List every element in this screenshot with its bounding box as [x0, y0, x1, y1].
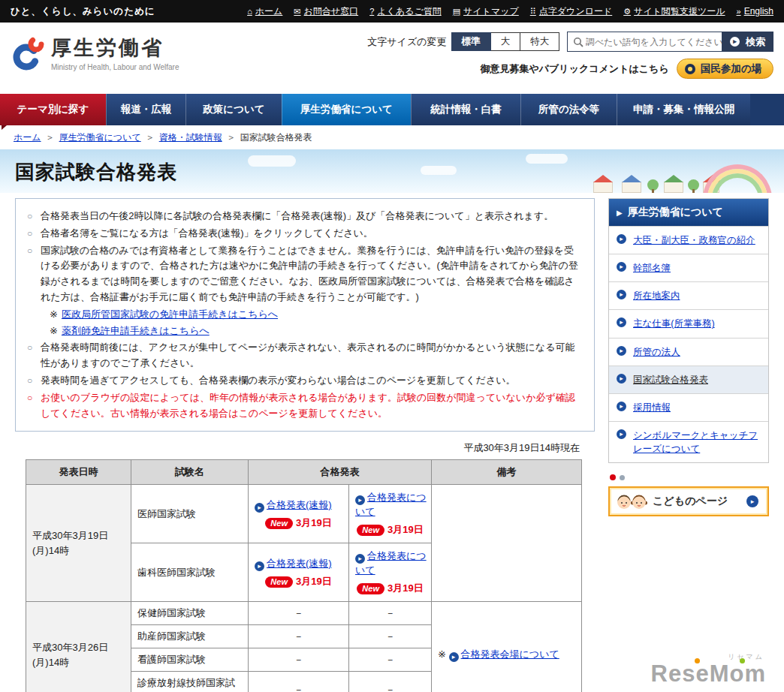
notice-sub-links: ※医政局所管国家試験の免許申請手続きはこちらへ ※薬剤師免許申請手続きはこちらへ	[50, 307, 583, 339]
sidebar-item-label: 主な仕事(所掌事務)	[633, 317, 715, 330]
sidebar-item-recruitment[interactable]: 採用情報	[609, 393, 768, 421]
kids-page-banner[interactable]: こどものページ	[608, 486, 769, 516]
decorative-dots	[610, 474, 769, 480]
site-subtitle: Ministry of Health, Labour and Welfare	[51, 63, 179, 71]
header-announcement-date: 発表日時	[26, 460, 131, 485]
topbar-link-braille[interactable]: ⠿点字ダウンロード	[530, 5, 612, 18]
sidebar-item-symbol-mark[interactable]: シンボルマークとキャッチフレーズについて	[609, 421, 768, 462]
breadcrumb-about[interactable]: 厚生労働省について	[59, 132, 141, 143]
exam-name-cell: 看護師国家試験	[131, 648, 249, 672]
main-content: 合格発表当日の午後2時以降に各試験の合格発表欄に「合格発表(速報)」及び「合格発…	[15, 198, 595, 692]
arrow-circle-icon	[746, 495, 758, 507]
sidebar-item-label: 国家試験合格発表	[633, 373, 708, 387]
new-date: 3月19日	[296, 517, 332, 528]
search-button[interactable]: 検索	[722, 32, 773, 52]
breadcrumb-home[interactable]: ホーム	[14, 132, 41, 143]
quick-result-cell: －	[249, 602, 349, 625]
font-size-switcher: 標準 大 特大	[451, 32, 560, 51]
exam-name-cell: 助産師国家試験	[131, 625, 249, 648]
announcement-date-cell: 平成30年3月26日(月)14時	[26, 602, 131, 692]
new-date: 3月19日	[387, 524, 424, 535]
arrow-circle-icon	[730, 37, 740, 47]
quick-result-link[interactable]: 合格発表(速報)	[267, 499, 332, 510]
header-remarks: 備考	[432, 460, 582, 485]
sidebar-item-location[interactable]: 所在地案内	[609, 281, 768, 309]
arrow-circle-icon	[255, 561, 264, 571]
watermark-subtext: リセマム	[728, 652, 764, 662]
watermark-text: ReseMom	[651, 660, 766, 687]
participation-icon	[685, 64, 695, 74]
resemom-watermark: リセマム ReseMom	[651, 660, 766, 687]
kids-faces-icon	[616, 492, 647, 510]
red-dot-decoration	[610, 474, 616, 480]
font-size-label: 文字サイズの変更	[367, 35, 446, 49]
notice-box: 合格発表当日の午後2時以降に各試験の合格発表欄に「合格発表(速報)」及び「合格発…	[15, 198, 595, 432]
notice-item: 合格者名簿をご覧になる方は「合格発表(速報)」をクリックしてください。	[27, 226, 583, 242]
notice-item: 発表時間を過ぎてアクセスしても、合格発表欄の表示が変わらない場合はこのページを更…	[27, 373, 583, 389]
topbar-link-label: サイトマップ	[463, 5, 519, 18]
note-mark: ※	[50, 308, 58, 320]
about-result-link[interactable]: 合格発表について	[355, 550, 427, 576]
about-result-cell: －	[349, 625, 432, 648]
arrow-circle-icon	[355, 554, 365, 564]
nav-tab-about-mhlw[interactable]: 厚生労働省について	[282, 94, 411, 125]
nav-tab-press[interactable]: 報道・広報	[106, 94, 185, 125]
home-icon: ⌂	[247, 7, 252, 16]
sidebar-item-exam-results[interactable]: 国家試験合格発表	[609, 366, 768, 393]
nav-tab-laws[interactable]: 所管の法令等	[520, 94, 617, 125]
house-decoration	[664, 182, 683, 193]
topbar-link-sitemap[interactable]: ▤サイトマップ	[453, 5, 519, 18]
search-input[interactable]	[586, 37, 722, 47]
nav-tab-policy[interactable]: 政策について	[185, 94, 282, 125]
topbar-link-support-tool[interactable]: ⚙サイト閲覧支援ツール	[623, 5, 725, 18]
site-title: 厚生労働省	[51, 35, 179, 62]
sidebar: ▶厚生労働省について 大臣・副大臣・政務官の紹介 幹部名簿 所在地案内 主な仕事…	[608, 198, 769, 516]
sidebar-item-executive-roster[interactable]: 幹部名簿	[609, 254, 768, 281]
about-result-cell: 合格発表について New3月19日	[349, 485, 432, 543]
arrow-circle-icon	[617, 429, 626, 439]
font-size-xlarge-button[interactable]: 特大	[520, 32, 559, 51]
rainbow-decoration	[703, 164, 772, 193]
quick-result-cell: 合格発表(速報) New3月19日	[249, 485, 349, 543]
new-date: 3月19日	[387, 582, 424, 594]
arrow-circle-icon	[617, 374, 626, 384]
exam-name-cell: 歯科医師国家試験	[131, 543, 249, 602]
new-badge: New	[265, 576, 293, 588]
topbar-link-contact[interactable]: ✉お問合せ窓口	[294, 5, 358, 18]
venue-info-link[interactable]: 合格発表会場について	[461, 648, 559, 660]
pharmacist-license-procedure-link[interactable]: 薬剤師免許申請手続きはこちらへ	[62, 325, 210, 336]
medical-license-procedure-link[interactable]: 医政局所管国家試験の免許申請手続きはこちらへ	[62, 308, 278, 320]
sidebar-item-label: 幹部名簿	[633, 261, 671, 275]
public-participation-button[interactable]: 国民参加の場	[677, 59, 773, 79]
globe-icon: »	[737, 7, 741, 16]
sidebar-item-ministers[interactable]: 大臣・副大臣・政務官の紹介	[609, 226, 768, 254]
sidebar-item-corporations[interactable]: 所管の法人	[609, 338, 768, 366]
mhlw-logo[interactable]: 厚生労働省 Ministry of Health, Labour and Wel…	[12, 35, 179, 71]
topbar-link-english[interactable]: »English	[737, 6, 773, 17]
tree-decoration	[688, 179, 699, 191]
font-size-large-button[interactable]: 大	[491, 32, 521, 51]
about-result-link[interactable]: 合格発表について	[355, 492, 427, 517]
sidebar-item-duties[interactable]: 主な仕事(所掌事務)	[609, 309, 768, 337]
font-size-standard-button[interactable]: 標準	[451, 32, 491, 51]
top-utility-bar: ひと、くらし、みらいのために ⌂ホーム ✉お問合せ窓口 ?よくあるご質問 ▤サイ…	[0, 0, 784, 23]
public-comment-text: 御意見募集やパブリックコメントはこちら	[480, 62, 668, 76]
house-decoration	[622, 182, 641, 193]
braille-icon: ⠿	[530, 7, 536, 17]
site-tagline: ひと、くらし、みらいのために	[11, 5, 155, 18]
exam-results-table: 発表日時 試験名 合格発表 備考 平成30年3月19日(月)14時 医師国家試験…	[26, 459, 582, 692]
new-badge: New	[265, 518, 293, 529]
search-icon	[573, 37, 583, 47]
nav-tab-theme-search[interactable]: テーマ別に探す	[0, 94, 106, 125]
quick-result-link[interactable]: 合格発表(速報)	[267, 558, 332, 569]
exam-name-cell: 保健師国家試験	[131, 602, 249, 625]
header-exam-name: 試験名	[131, 460, 249, 485]
nav-tab-applications[interactable]: 申請・募集・情報公開	[617, 94, 750, 125]
topbar-link-home[interactable]: ⌂ホーム	[247, 5, 282, 18]
remarks-cell	[432, 485, 582, 602]
notice-text: 国家試験の合格のみでは有資格者として業務を行うことはできません。業務を行うには、…	[41, 245, 578, 302]
topbar-link-faq[interactable]: ?よくあるご質問	[369, 5, 442, 18]
breadcrumb-qualifications[interactable]: 資格・試験情報	[159, 132, 222, 143]
utility-links: ⌂ホーム ✉お問合せ窓口 ?よくあるご質問 ▤サイトマップ ⠿点字ダウンロード …	[247, 5, 773, 18]
nav-tab-statistics[interactable]: 統計情報・白書	[411, 94, 520, 125]
